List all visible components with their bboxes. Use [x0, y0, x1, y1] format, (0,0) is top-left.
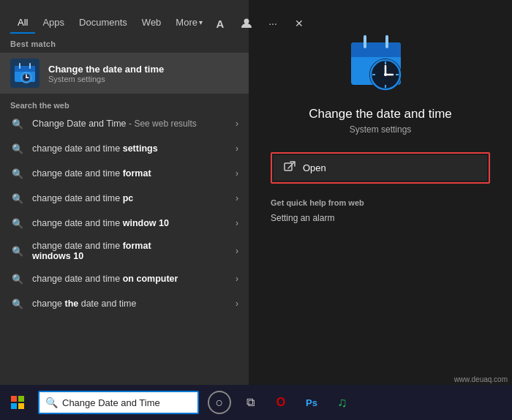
taskbar: 🔍 ○ ⧉ O Ps ♫ www.deuaq.com [0, 385, 512, 420]
svg-rect-16 [351, 50, 401, 57]
more-options-icon[interactable]: ··· [263, 13, 283, 34]
result-text: change date and time pc [32, 193, 236, 203]
result-text: change date and time window 10 [32, 218, 236, 228]
result-text: Change Date and Time - See web results [32, 119, 236, 129]
arrow-icon: › [236, 193, 238, 203]
best-match-subtitle: System settings [48, 75, 164, 83]
search-result-icon: 🔍 [10, 244, 25, 258]
search-results: Best match [0, 34, 249, 385]
start-button[interactable] [0, 385, 35, 420]
result-text: change date and time format [32, 168, 236, 179]
svg-rect-7 [15, 69, 35, 72]
open-icon [284, 161, 295, 175]
chevron-down-icon: ▾ [199, 18, 203, 26]
best-match-title: Change the date and time [48, 64, 164, 75]
web-section-header: Search the web [0, 95, 249, 111]
left-panel: All Apps Documents Web More ▾ A ··· ✕ [0, 0, 249, 385]
svg-rect-2 [11, 403, 17, 409]
search-result-icon: 🔍 [10, 141, 25, 156]
list-item[interactable]: 🔍 change date and time formatwindows 10 … [0, 236, 249, 266]
right-panel: Change the date and time System settings… [249, 0, 512, 385]
more-label: More [176, 17, 197, 28]
top-nav: All Apps Documents Web More ▾ A ··· ✕ [0, 0, 249, 34]
photoshop-icon[interactable]: Ps [300, 391, 323, 414]
svg-rect-0 [11, 396, 17, 402]
tab-more[interactable]: More ▾ [168, 11, 210, 34]
result-text: change the date and time [32, 299, 236, 309]
arrow-icon: › [236, 299, 238, 309]
search-result-icon: 🔍 [10, 191, 25, 206]
best-match-text: Change the date and time System settings [48, 64, 164, 83]
tab-documents[interactable]: Documents [72, 11, 135, 34]
tab-all[interactable]: All [10, 11, 35, 34]
list-item[interactable]: 🔍 change date and time format › [0, 161, 249, 186]
tab-web[interactable]: Web [135, 11, 169, 34]
search-result-icon: 🔍 [10, 116, 25, 131]
best-match-app-icon [10, 59, 39, 88]
list-item[interactable]: 🔍 Change Date and Time - See web results… [0, 111, 249, 136]
cortana-icon[interactable]: ○ [208, 391, 231, 414]
list-item[interactable]: 🔍 change date and time settings › [0, 136, 249, 161]
arrow-icon: › [236, 274, 238, 284]
list-item[interactable]: 🔍 change date and time on computer › [0, 266, 249, 291]
svg-point-27 [384, 73, 387, 76]
search-result-icon: 🔍 [10, 296, 25, 311]
search-input[interactable] [62, 397, 183, 408]
list-item[interactable]: 🔍 change date and time window 10 › [0, 211, 249, 236]
svg-rect-28 [285, 163, 292, 170]
arrow-icon: › [236, 119, 238, 129]
result-text: change date and time on computer [32, 274, 236, 284]
right-app-subtitle: System settings [350, 124, 412, 135]
search-result-icon: 🔍 [10, 166, 25, 181]
arrow-icon: › [236, 218, 238, 228]
open-button-container: Open [271, 152, 490, 184]
right-app-title: Change the date and time [309, 107, 452, 121]
svg-rect-3 [18, 403, 24, 409]
result-text: change date and time formatwindows 10 [32, 241, 236, 261]
result-text: change date and time settings [32, 143, 236, 154]
open-label: Open [303, 162, 326, 173]
start-menu: All Apps Documents Web More ▾ A ··· ✕ [0, 0, 512, 385]
app-icon-large [347, 29, 413, 95]
arrow-icon: › [236, 168, 238, 179]
list-item[interactable]: 🔍 change the date and time › [0, 291, 249, 316]
quick-help-header: Get quick help from web [249, 198, 364, 207]
font-size-icon[interactable]: A [210, 13, 230, 34]
open-button[interactable]: Open [274, 155, 487, 181]
taskbar-search-box[interactable]: 🔍 [38, 391, 199, 414]
arrow-icon: › [236, 246, 238, 256]
watermark: www.deuaq.com [454, 375, 508, 383]
account-icon[interactable] [236, 13, 257, 34]
list-item[interactable]: 🔍 change date and time pc › [0, 186, 249, 211]
search-icon: 🔍 [45, 397, 58, 408]
best-match-header: Best match [0, 34, 249, 51]
taskbar-app-icons: ○ ⧉ O Ps ♫ [208, 391, 354, 414]
arrow-icon: › [236, 143, 238, 154]
close-icon[interactable]: ✕ [289, 13, 309, 34]
task-view-icon[interactable]: ⧉ [238, 391, 262, 414]
svg-point-4 [244, 19, 249, 24]
opera-icon[interactable]: O [269, 391, 293, 414]
best-match-item[interactable]: Change the date and time System settings [0, 53, 249, 94]
spotify-icon[interactable]: ♫ [331, 391, 354, 414]
search-result-icon: 🔍 [10, 271, 25, 286]
search-result-icon: 🔍 [10, 216, 25, 230]
nav-right-icons: A ··· ✕ [210, 13, 309, 34]
quick-help-item[interactable]: Setting an alarm [249, 213, 334, 223]
svg-rect-1 [18, 396, 24, 402]
tab-apps[interactable]: Apps [35, 11, 72, 34]
